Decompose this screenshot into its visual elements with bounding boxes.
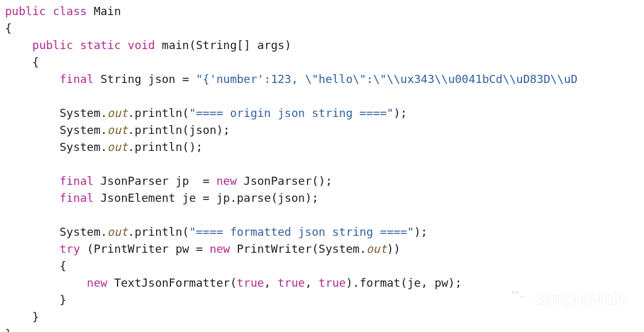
method-format: format [360,276,401,289]
kw-static: static [80,38,121,52]
field-out: out [366,242,387,255]
param-args: args [257,38,284,52]
bool-true: true [236,276,264,289]
method-println: println [135,106,182,119]
field-out: out [108,106,128,119]
type-jsonparser: JsonParser [101,174,169,187]
type-printwriter: PrintWriter [94,242,169,255]
kw-final: final [60,191,94,204]
kw-public: public [32,38,73,52]
class-system: System [60,106,101,119]
type-string: String [196,38,237,52]
kw-new: new [87,276,108,289]
class-name: Main [94,4,121,18]
kw-void: void [128,38,155,52]
var-json: json [148,72,175,86]
field-out: out [108,225,128,238]
bool-true: true [278,276,305,289]
kw-try: try [60,242,80,255]
string-literal: "==== origin json string ====" [189,106,394,119]
brace-close: } [5,327,12,332]
brace-open: { [32,55,39,69]
brace-close: } [32,310,39,323]
brace-open: { [5,21,12,35]
bool-true: true [319,276,346,289]
var-jp: jp [175,174,189,187]
brace-close: } [60,293,67,306]
var-pw: pw [175,242,189,255]
field-out: out [108,140,128,153]
kw-class: class [53,4,87,18]
method-parse: parse [237,191,271,204]
kw-public: public [5,4,46,18]
arg-json: json [189,123,216,136]
code-block: public class Main { public static void m… [5,3,639,332]
kw-final: final [60,174,94,187]
type-string: String [101,72,142,86]
brace-open: { [60,259,67,272]
string-literal: "{'number':123, \"hello\":\"\\ux343\\u00… [196,72,577,86]
kw-new: new [216,174,237,187]
method-main: main [162,38,189,52]
type-jsonelement: JsonElement [101,191,175,204]
kw-final: final [60,72,94,86]
kw-new: new [209,242,230,255]
var-je: je [182,191,196,204]
type-textjsonformatter: TextJsonFormatter [114,276,230,289]
field-out: out [108,123,128,136]
string-literal: "==== formatted json string ====" [189,225,414,238]
